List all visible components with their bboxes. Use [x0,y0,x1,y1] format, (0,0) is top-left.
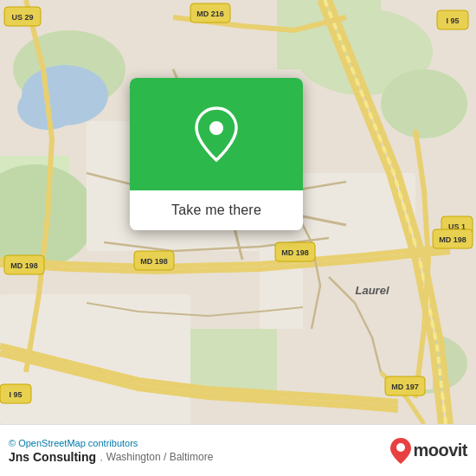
moovit-logo: moovit [389,436,467,466]
map-container[interactable]: US 29 MD 216 I 95 I 95 US 1 MD 198 MD 19… [0,0,476,424]
location-region: Washington / Baltimore [106,451,214,463]
road-label-md198-e: MD 198 [281,248,309,257]
svg-point-26 [209,121,223,135]
osm-credit: © OpenStreetMap contributors [9,438,138,448]
location-pin-icon [190,104,242,164]
road-label-i95-n: I 95 [446,16,459,25]
road-label-md198-c: MD 198 [140,257,168,266]
bottom-bar: © OpenStreetMap contributors Jns Consult… [0,424,476,476]
road-label-i95-s: I 95 [9,390,22,399]
svg-rect-3 [277,0,381,69]
popup-header [130,78,303,190]
moovit-label: moovit [413,441,467,460]
popup-card: Take me there [130,78,303,230]
road-label-md198-w: MD 198 [10,261,38,270]
road-label-md197: MD 197 [391,383,419,391]
road-label-md198-r: MD 198 [439,235,466,244]
separator: , [100,450,103,463]
svg-point-27 [396,443,405,452]
location-name: Jns Consulting [9,450,96,464]
svg-rect-14 [303,260,433,389]
take-me-there-button[interactable]: Take me there [130,190,303,230]
moovit-pin-icon [389,436,413,466]
city-label-laurel: Laurel [355,284,389,297]
svg-point-4 [381,69,467,138]
road-label-md216: MD 216 [196,10,224,18]
road-label-us29: US 29 [11,13,33,22]
